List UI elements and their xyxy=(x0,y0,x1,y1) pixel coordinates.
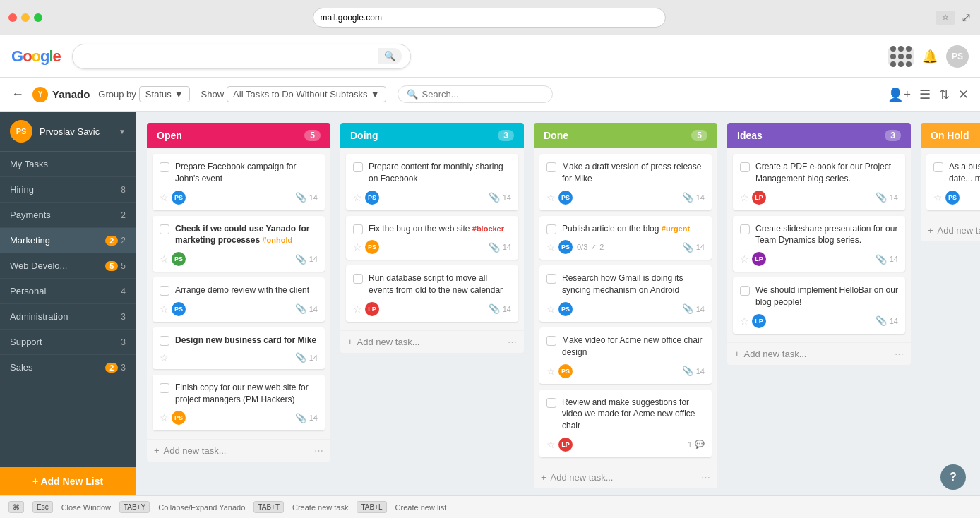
more-options-icon[interactable]: ⋯ xyxy=(314,445,323,456)
user-avatar[interactable]: PS xyxy=(946,45,969,68)
sidebar-item-mytasks[interactable]: My Tasks xyxy=(0,152,136,177)
close-dot[interactable] xyxy=(8,13,17,22)
task-checkbox[interactable] xyxy=(740,224,750,234)
star-icon[interactable]: ☆ xyxy=(353,241,362,253)
list-view-icon[interactable]: ☰ xyxy=(919,87,931,102)
sidebar-item-label: Web Develo... xyxy=(10,260,105,271)
more-options-icon[interactable]: ⋯ xyxy=(895,349,904,359)
add-icon: + xyxy=(154,445,160,456)
apps-button[interactable] xyxy=(888,48,914,65)
star-icon[interactable]: ☆ xyxy=(546,241,556,253)
task-checkbox[interactable] xyxy=(353,274,363,284)
star-icon[interactable]: ☆ xyxy=(546,366,556,377)
maximize-icon[interactable]: ⤢ xyxy=(961,10,972,25)
task-checkbox[interactable] xyxy=(160,286,169,296)
task-checkbox[interactable] xyxy=(353,162,363,172)
grid-icon xyxy=(890,46,912,67)
task-checkbox[interactable] xyxy=(933,162,943,172)
avatar: LP xyxy=(752,314,766,328)
more-options-icon[interactable]: ⋯ xyxy=(508,337,517,347)
sidebar-item-label: Marketing xyxy=(10,235,105,246)
google-search-input[interactable] xyxy=(81,51,378,62)
add-new-list-button[interactable]: + Add New List xyxy=(0,467,136,495)
google-logo: Google xyxy=(11,47,61,66)
group-by-dropdown[interactable]: Status ▼ xyxy=(139,86,190,102)
task-checkbox[interactable] xyxy=(160,336,169,346)
bookmark-icon[interactable]: ☆ xyxy=(936,11,955,25)
task-checkbox[interactable] xyxy=(546,162,556,172)
add-member-icon[interactable]: 👤+ xyxy=(888,87,911,102)
google-search-button[interactable]: 🔍 xyxy=(378,48,402,64)
column-onhold-title: On Hold xyxy=(931,130,969,141)
add-icon: + xyxy=(541,472,546,483)
sidebar-item-marketing[interactable]: Marketing 2 2 xyxy=(0,228,136,253)
star-icon[interactable]: ☆ xyxy=(740,192,749,203)
task-checkbox[interactable] xyxy=(160,224,169,234)
show-dropdown[interactable]: All Tasks to Do Without Subtasks ▼ xyxy=(227,86,386,102)
star-icon[interactable]: ☆ xyxy=(353,303,362,315)
more-options-icon[interactable]: ⋯ xyxy=(701,472,710,483)
sidebar-item-personal[interactable]: Personal 4 xyxy=(0,279,136,304)
task-card: Publish article on the blog #urgent ☆ PS… xyxy=(539,216,712,260)
add-task-button[interactable]: + Add new task... xyxy=(921,219,980,241)
back-button[interactable]: ← xyxy=(11,87,24,102)
avatar: PS xyxy=(558,364,573,378)
address-input[interactable] xyxy=(321,13,658,23)
sort-icon[interactable]: ⇅ xyxy=(939,87,950,102)
add-task-button[interactable]: + Add new task... ⋯ xyxy=(147,439,330,462)
task-title: Design new business card for Mike xyxy=(175,335,318,347)
star-icon[interactable]: ☆ xyxy=(740,253,749,265)
sidebar-item-support[interactable]: Support 3 xyxy=(0,330,136,355)
task-checkbox[interactable] xyxy=(740,286,750,296)
google-search-bar[interactable]: 🔍 xyxy=(72,44,411,69)
chrome-bar: ☆ ⤢ xyxy=(0,0,980,35)
close-icon[interactable]: ✕ xyxy=(958,87,969,102)
add-task-button[interactable]: + Add new task... ⋯ xyxy=(727,342,911,365)
star-icon[interactable]: ☆ xyxy=(160,412,169,423)
star-icon[interactable]: ☆ xyxy=(546,192,556,203)
star-icon[interactable]: ☆ xyxy=(160,192,169,203)
column-open-header: Open 5 xyxy=(147,123,330,148)
add-task-button[interactable]: + Add new task... ⋯ xyxy=(534,466,717,488)
task-card: Finish copy for our new web site for pro… xyxy=(153,375,325,431)
task-checkbox[interactable] xyxy=(546,274,556,284)
task-checkbox[interactable] xyxy=(546,224,556,234)
task-search-box[interactable]: 🔍 xyxy=(398,85,553,103)
add-task-button[interactable]: + Add new task... ⋯ xyxy=(340,330,524,353)
notifications-button[interactable]: 🔔 xyxy=(922,49,938,64)
star-icon[interactable]: ☆ xyxy=(160,253,169,265)
star-icon[interactable]: ☆ xyxy=(933,192,943,203)
star-icon[interactable]: ☆ xyxy=(546,303,556,315)
maximize-dot[interactable] xyxy=(34,13,42,22)
task-card: Create slideshare presentation for our T… xyxy=(733,216,905,272)
task-title: Create a PDF e-book for our Project Mana… xyxy=(755,161,898,185)
sidebar-item-sales[interactable]: Sales 2 3 xyxy=(0,355,136,380)
help-button[interactable]: ? xyxy=(940,464,966,490)
task-title: Make a draft version of press release fo… xyxy=(562,161,705,185)
star-icon[interactable]: ☆ xyxy=(353,192,362,203)
task-checkbox[interactable] xyxy=(160,162,169,172)
sidebar-item-webdevelop[interactable]: Web Develo... 5 5 xyxy=(0,253,136,279)
attachment-count: 14 xyxy=(309,255,318,263)
minimize-dot[interactable] xyxy=(21,13,30,22)
task-search-input[interactable] xyxy=(422,89,544,100)
sidebar-user[interactable]: PS Prvoslav Savic ▼ xyxy=(0,112,136,152)
star-icon[interactable]: ☆ xyxy=(740,315,749,327)
task-checkbox[interactable] xyxy=(740,162,750,172)
avatar: PS xyxy=(945,191,960,205)
sidebar-item-administration[interactable]: Administration 3 xyxy=(0,304,136,330)
comment-count: 1 xyxy=(688,440,692,449)
avatar: PS xyxy=(558,302,573,316)
star-icon[interactable]: ☆ xyxy=(160,352,169,363)
sidebar-item-hiring[interactable]: Hiring 8 xyxy=(0,177,136,203)
sidebar-item-payments[interactable]: Payments 2 xyxy=(0,203,136,228)
task-checkbox[interactable] xyxy=(546,336,556,346)
star-icon[interactable]: ☆ xyxy=(546,439,556,450)
column-ideas-count: 3 xyxy=(885,130,901,141)
address-bar[interactable] xyxy=(313,8,666,28)
star-icon[interactable]: ☆ xyxy=(160,303,169,315)
task-checkbox[interactable] xyxy=(546,398,556,408)
task-checkbox[interactable] xyxy=(353,224,363,234)
sidebar-item-label: Support xyxy=(10,337,118,347)
task-checkbox[interactable] xyxy=(160,383,169,393)
